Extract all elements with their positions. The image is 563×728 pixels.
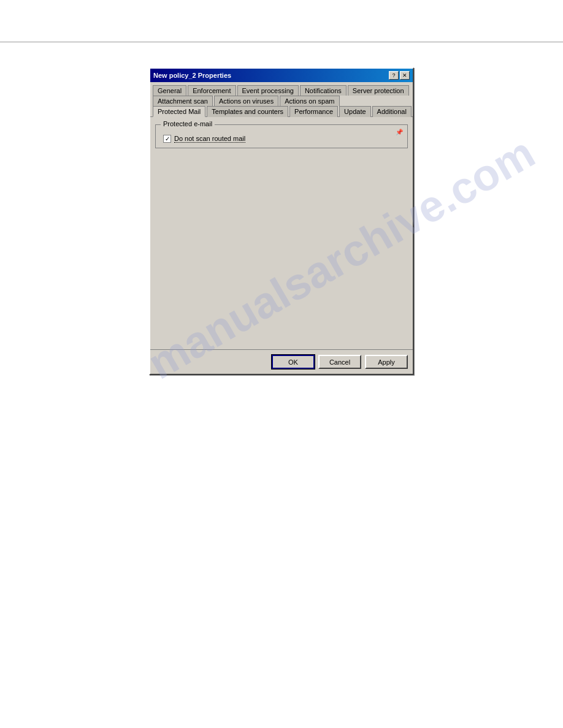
- tab-general[interactable]: General: [153, 85, 186, 96]
- tab-update[interactable]: Update: [339, 106, 370, 117]
- tabs-area: General Enforcement Event processing Not…: [150, 82, 413, 116]
- tab-templates-and-counters[interactable]: Templates and counters: [207, 106, 288, 117]
- group-label: Protected e-mail: [161, 120, 215, 127]
- checkbox-row: ✓ Do not scan routed mail: [163, 135, 402, 143]
- dialog-window: New policy_2 Properties ? ✕ General Enfo…: [149, 67, 414, 375]
- help-button[interactable]: ?: [389, 71, 399, 80]
- page-background: manualsarchive.com New policy_2 Properti…: [0, 0, 563, 728]
- tab-performance[interactable]: Performance: [289, 106, 338, 117]
- dialog-footer: OK Cancel Apply: [150, 349, 413, 374]
- tab-event-processing[interactable]: Event processing: [237, 85, 299, 96]
- tab-actions-on-viruses[interactable]: Actions on viruses: [214, 96, 278, 106]
- tab-additional[interactable]: Additional: [372, 106, 412, 117]
- apply-button[interactable]: Apply: [365, 355, 408, 369]
- tab-row-1: General Enforcement Event processing Not…: [153, 85, 410, 95]
- do-not-scan-checkbox[interactable]: ✓: [163, 135, 171, 143]
- dialog-title: New policy_2 Properties: [153, 72, 231, 79]
- cancel-button[interactable]: Cancel: [318, 355, 361, 369]
- pin-icon: 📌: [395, 127, 404, 136]
- tab-row-3: Protected Mail Templates and counters Pe…: [153, 105, 410, 116]
- close-button[interactable]: ✕: [400, 71, 410, 80]
- protected-email-group: Protected e-mail 📌 ✓ Do not scan routed …: [155, 124, 408, 148]
- title-bar: New policy_2 Properties ? ✕: [150, 69, 413, 82]
- tab-enforcement[interactable]: Enforcement: [188, 85, 236, 96]
- tab-row-2: Attachment scan Actions on viruses Actio…: [153, 95, 410, 105]
- title-bar-controls: ? ✕: [389, 71, 410, 80]
- tab-notifications[interactable]: Notifications: [300, 85, 347, 96]
- dialog-content: Protected e-mail 📌 ✓ Do not scan routed …: [150, 116, 413, 349]
- checkbox-label: Do not scan routed mail: [174, 135, 245, 143]
- ok-button[interactable]: OK: [272, 355, 315, 369]
- top-divider: [0, 42, 563, 42]
- tab-actions-on-spam[interactable]: Actions on spam: [280, 96, 339, 106]
- tab-attachment-scan[interactable]: Attachment scan: [153, 96, 213, 106]
- tab-server-protection[interactable]: Server protection: [348, 85, 409, 96]
- tab-protected-mail[interactable]: Protected Mail: [153, 106, 205, 117]
